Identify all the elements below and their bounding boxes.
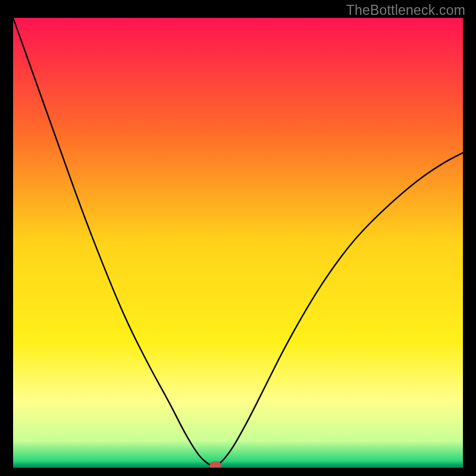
- bottleneck-chart: [13, 18, 463, 468]
- plot-background: [13, 18, 463, 468]
- watermark-text: TheBottleneck.com: [346, 2, 465, 18]
- chart-frame: TheBottleneck.com: [0, 0, 476, 476]
